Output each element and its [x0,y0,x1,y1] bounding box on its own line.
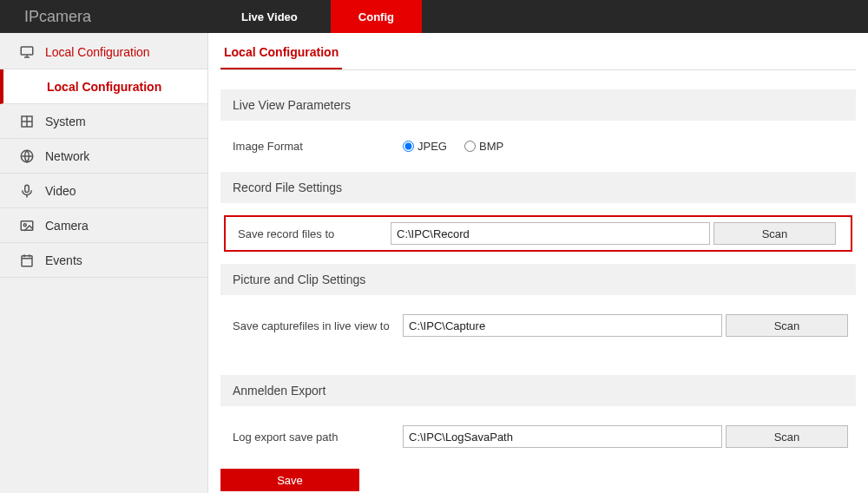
top-bar: IPcamera Live Video Config [0,0,868,33]
scan-button-log[interactable]: Scan [726,425,848,448]
scan-button-capture[interactable]: Scan [726,314,848,337]
radio-bmp[interactable]: BMP [464,140,503,153]
radio-bmp-label: BMP [479,140,503,153]
tab-config[interactable]: Config [331,0,422,33]
tab-live-video[interactable]: Live Video [208,0,331,33]
radio-jpeg-label: JPEG [418,140,447,153]
highlighted-record-row: Save record files to Scan [224,215,852,252]
section-anmelden-export: Anmelden Export [220,375,856,406]
svg-point-11 [23,223,26,226]
logo: IPcamera [0,0,208,33]
section-live-view-parameters: Live View Parameters [220,89,856,121]
sidebar-item-local-configuration[interactable]: Local Configuration [0,35,207,69]
sidebar-item-label: Camera [45,219,89,233]
radio-jpeg[interactable]: JPEG [403,140,447,153]
label-image-format: Image Format [233,140,403,153]
scan-button-record[interactable]: Scan [713,222,836,245]
label-save-record: Save record files to [229,227,391,240]
sidebar-item-label: Network [45,149,89,163]
sidebar-item-label: Events [45,253,82,267]
label-log-export: Log export save path [233,431,403,444]
svg-rect-0 [21,47,33,55]
microphone-icon [17,183,36,199]
sidebar-item-label: Local Configuration [47,80,161,94]
svg-rect-12 [22,255,32,266]
globe-icon [17,148,36,164]
sidebar-item-label: System [45,115,86,128]
sidebar-item-label: Video [45,184,76,198]
sidebar: Local Configuration Local Configuration … [0,33,208,493]
page-title: Local Configuration [220,33,342,69]
sidebar-item-events[interactable]: Events [0,243,207,278]
monitor-icon [17,44,36,60]
radio-jpeg-input[interactable] [403,141,414,152]
sidebar-item-label: Local Configuration [45,45,150,59]
input-log-path[interactable] [403,425,722,448]
save-button[interactable]: Save [220,469,359,491]
input-record-path[interactable] [391,222,710,245]
sidebar-item-system[interactable]: System [0,104,207,139]
label-save-capture: Save capturefiles in live view to [233,319,403,332]
section-record-file-settings: Record File Settings [220,172,856,203]
radio-bmp-input[interactable] [464,141,476,152]
section-picture-clip-settings: Picture and Clip Settings [220,264,856,295]
grid-icon [17,114,36,129]
content-area: Local Configuration Live View Parameters… [208,33,868,493]
sidebar-subitem-local-configuration[interactable]: Local Configuration [0,69,207,104]
image-icon [17,218,36,233]
sidebar-item-video[interactable]: Video [0,174,207,208]
calendar-icon [17,253,36,268]
svg-rect-8 [25,185,30,192]
sidebar-item-network[interactable]: Network [0,139,207,174]
sidebar-item-camera[interactable]: Camera [0,208,207,243]
input-capture-path[interactable] [403,314,722,337]
